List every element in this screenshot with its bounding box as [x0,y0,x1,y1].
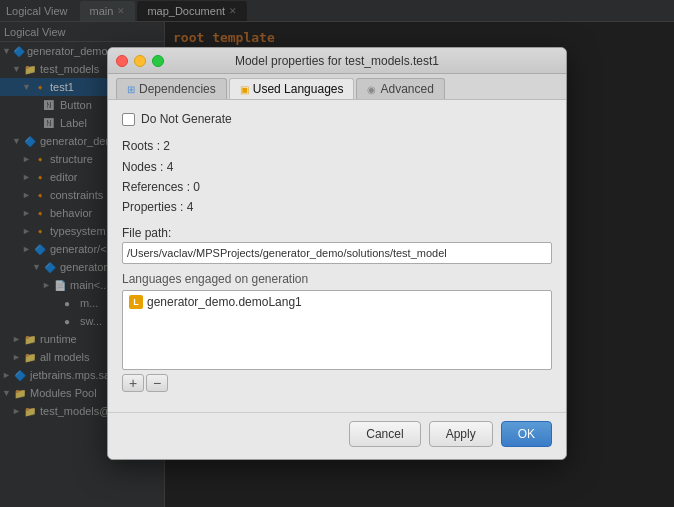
dialog-minimize-button[interactable] [134,55,146,67]
dialog-body: Do Not Generate Roots : 2 Nodes : 4 Refe… [108,100,566,412]
language-icon: L [129,295,143,309]
cancel-button[interactable]: Cancel [349,421,420,447]
stats-section: Roots : 2 Nodes : 4 References : 0 Prope… [122,136,552,218]
languages-label: Languages engaged on generation [122,272,552,286]
language-tab-icon: ▣ [240,84,249,95]
dialog-maximize-button[interactable] [152,55,164,67]
do-not-generate-checkbox[interactable] [122,113,135,126]
tab-advanced-label: Advanced [380,82,433,96]
dialog: Model properties for test_models.test1 ⊞… [107,47,567,460]
list-item[interactable]: L generator_demo.demoLang1 [125,293,549,311]
remove-language-button[interactable]: − [146,374,168,392]
stat-nodes: Nodes : 4 [122,157,552,177]
dependency-tab-icon: ⊞ [127,84,135,95]
tab-dependencies[interactable]: ⊞ Dependencies [116,78,227,99]
tab-used-languages-label: Used Languages [253,82,344,96]
dialog-footer: Cancel Apply OK [108,412,566,459]
stat-roots: Roots : 2 [122,136,552,156]
languages-section: Languages engaged on generation L genera… [122,272,552,392]
lang-name: generator_demo.demoLang1 [147,295,302,309]
ok-button[interactable]: OK [501,421,552,447]
file-path-input[interactable]: /Users/vaclav/MPSProjects/generator_demo… [122,242,552,264]
dialog-window-buttons [116,55,164,67]
languages-list: L generator_demo.demoLang1 [122,290,552,370]
apply-button[interactable]: Apply [429,421,493,447]
tab-dependencies-label: Dependencies [139,82,216,96]
modal-overlay: Model properties for test_models.test1 ⊞… [0,0,674,507]
tab-used-languages[interactable]: ▣ Used Languages [229,78,355,99]
stat-properties: Properties : 4 [122,197,552,217]
file-path-section: File path: /Users/vaclav/MPSProjects/gen… [122,226,552,264]
do-not-generate-row: Do Not Generate [122,112,552,126]
do-not-generate-label: Do Not Generate [141,112,232,126]
dialog-titlebar: Model properties for test_models.test1 [108,48,566,74]
file-path-label: File path: [122,226,552,240]
stat-references: References : 0 [122,177,552,197]
tab-advanced[interactable]: ◉ Advanced [356,78,444,99]
dialog-title: Model properties for test_models.test1 [235,54,439,68]
file-path-value: /Users/vaclav/MPSProjects/generator_demo… [127,247,447,259]
add-language-button[interactable]: + [122,374,144,392]
dialog-tabs: ⊞ Dependencies ▣ Used Languages ◉ Advanc… [108,74,566,100]
dialog-close-button[interactable] [116,55,128,67]
advanced-tab-icon: ◉ [367,84,376,95]
list-controls: + − [122,374,552,392]
